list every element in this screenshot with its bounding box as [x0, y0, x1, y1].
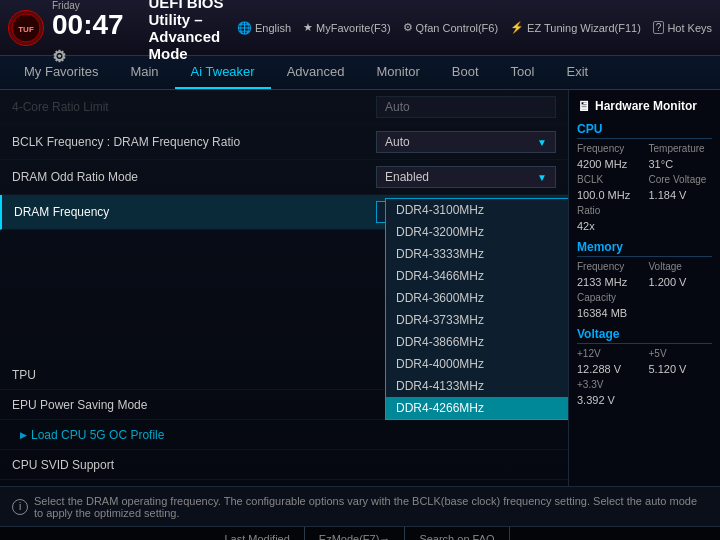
voltage-section-title: Voltage	[577, 327, 712, 344]
top-links: 🌐 English ★ MyFavorite(F3) ⚙ Qfan Contro…	[237, 21, 712, 35]
dropdown-item-ddr4-3466[interactable]: DDR4-3466MHz	[386, 265, 568, 287]
last-modified-btn[interactable]: Last Modified	[210, 527, 304, 540]
cpu-bclk-label: BCLK	[577, 174, 641, 185]
bios-title: UEFI BIOS Utility – Advanced Mode	[148, 0, 228, 62]
eztuning-label: EZ Tuning Wizard(F11)	[527, 22, 641, 34]
v12-label: +12V	[577, 348, 641, 359]
mem-volt-label: Voltage	[649, 261, 713, 272]
bclk-dropdown-arrow: ▼	[537, 137, 547, 148]
cpu-temp-value: 31°C	[649, 158, 713, 170]
dropdown-item-ddr4-4266[interactable]: DDR4-4266MHz	[386, 397, 568, 419]
bottom-bar: Last Modified EzMode(F7)→ Search on FAQ	[0, 526, 720, 540]
cpu-section-title: CPU	[577, 122, 712, 139]
left-panel: 4-Core Ratio Limit Auto BCLK Frequency :…	[0, 90, 568, 486]
dropdown-item-ddr4-3866[interactable]: DDR4-3866MHz	[386, 331, 568, 353]
nav-my-favorites[interactable]: My Favorites	[8, 56, 114, 89]
load-cpu-oc-label: Load CPU 5G OC Profile	[31, 428, 164, 442]
top-link-hotkeys[interactable]: ? Hot Keys	[653, 21, 712, 34]
ez-mode-btn[interactable]: EzMode(F7)→	[305, 527, 406, 540]
cpu-freq-label: Frequency	[577, 143, 641, 154]
voltage-stats: +12V +5V 12.288 V 5.120 V +3.3V 3.392 V	[577, 348, 712, 406]
v33-label: +3.3V	[577, 379, 641, 390]
mem-cap-value: 16384 MB	[577, 307, 641, 319]
main-content: 4-Core Ratio Limit Auto BCLK Frequency :…	[0, 90, 720, 486]
monitor-icon: 🖥	[577, 98, 591, 114]
mem-volt-value: 1.200 V	[649, 276, 713, 288]
svg-text:TUF: TUF	[18, 25, 34, 34]
v5-label: +5V	[649, 348, 713, 359]
dropdown-item-ddr4-4133[interactable]: DDR4-4133MHz	[386, 375, 568, 397]
nav-boot[interactable]: Boot	[436, 56, 495, 89]
cpu-svid-label: CPU SVID Support	[12, 458, 556, 472]
bolt-icon: ⚡	[510, 21, 524, 34]
mem-freq-value: 2133 MHz	[577, 276, 641, 288]
info-text: Select the DRAM operating frequency. The…	[34, 495, 708, 519]
qfan-label: Qfan Control(F6)	[416, 22, 499, 34]
mem-cap-label: Capacity	[577, 292, 641, 303]
cpu-bclk-value: 100.0 MHz	[577, 189, 641, 201]
cpu-ratio-label: Ratio	[577, 205, 641, 216]
dram-freq-label: DRAM Frequency	[14, 205, 376, 219]
dropdown-item-ddr4-3333[interactable]: DDR4-3333MHz	[386, 243, 568, 265]
language-label: English	[255, 22, 291, 34]
setting-cpu-svid[interactable]: CPU SVID Support	[0, 450, 568, 480]
dram-odd-dropdown-arrow: ▼	[537, 172, 547, 183]
dropdown-item-ddr4-4000[interactable]: DDR4-4000MHz	[386, 353, 568, 375]
nav-monitor[interactable]: Monitor	[361, 56, 436, 89]
right-panel: 🖥 Hardware Monitor CPU Frequency Tempera…	[568, 90, 720, 486]
fan-icon: ⚙	[403, 21, 413, 34]
setting-dram-odd-ratio[interactable]: DRAM Odd Ratio Mode Enabled ▼	[0, 160, 568, 195]
memory-section-title: Memory	[577, 240, 712, 257]
top-link-language[interactable]: 🌐 English	[237, 21, 291, 35]
mem-freq-label: Frequency	[577, 261, 641, 272]
cpu-ratio-value: 42x	[577, 220, 641, 232]
dram-odd-ratio-value[interactable]: Enabled ▼	[376, 166, 556, 188]
logo-area: TUF	[8, 10, 44, 46]
setting-load-cpu-oc[interactable]: Load CPU 5G OC Profile	[0, 420, 568, 450]
nav-advanced[interactable]: Advanced	[271, 56, 361, 89]
star-icon: ★	[303, 21, 313, 34]
v5-value: 5.120 V	[649, 363, 713, 375]
top-link-myfavorite[interactable]: ★ MyFavorite(F3)	[303, 21, 391, 34]
cpu-temp-label: Temperature	[649, 143, 713, 154]
dropdown-item-ddr4-3733[interactable]: DDR4-3733MHz	[386, 309, 568, 331]
4core-ratio-value: Auto	[376, 96, 556, 118]
cpu-corevolt-value: 1.184 V	[649, 189, 713, 201]
cpu-stats: Frequency Temperature 4200 MHz 31°C BCLK…	[577, 143, 712, 232]
top-bar: TUF 12/09/2016 Friday 00:47 ⚙ UEFI BIOS …	[0, 0, 720, 56]
cpu-corevolt-label: Core Voltage	[649, 174, 713, 185]
logo-icon: TUF	[8, 10, 44, 46]
dropdown-item-ddr4-3100[interactable]: DDR4-3100MHz	[386, 199, 568, 221]
info-bar: i Select the DRAM operating frequency. T…	[0, 486, 720, 526]
4core-ratio-label: 4-Core Ratio Limit	[12, 100, 376, 114]
top-link-eztuning[interactable]: ⚡ EZ Tuning Wizard(F11)	[510, 21, 641, 34]
nav-tool[interactable]: Tool	[495, 56, 551, 89]
v12-value: 12.288 V	[577, 363, 641, 375]
setting-dram-timing[interactable]: DRAM Timing Control	[0, 480, 568, 486]
nav-main[interactable]: Main	[114, 56, 174, 89]
search-faq-btn[interactable]: Search on FAQ	[405, 527, 509, 540]
memory-stats: Frequency Voltage 2133 MHz 1.200 V Capac…	[577, 261, 712, 319]
nav-bar: My Favorites Main Ai Tweaker Advanced Mo…	[0, 56, 720, 90]
top-link-qfan[interactable]: ⚙ Qfan Control(F6)	[403, 21, 499, 34]
bclk-freq-label: BCLK Frequency : DRAM Frequency Ratio	[12, 135, 376, 149]
hotkeys-label: Hot Keys	[667, 22, 712, 34]
setting-4core-ratio: 4-Core Ratio Limit Auto	[0, 90, 568, 125]
help-icon: ?	[653, 21, 665, 34]
v33-value: 3.392 V	[577, 394, 641, 406]
hw-monitor-title: 🖥 Hardware Monitor	[577, 98, 712, 114]
nav-ai-tweaker[interactable]: Ai Tweaker	[175, 56, 271, 89]
cpu-freq-value: 4200 MHz	[577, 158, 641, 170]
nav-exit[interactable]: Exit	[550, 56, 604, 89]
setting-bclk-freq[interactable]: BCLK Frequency : DRAM Frequency Ratio Au…	[0, 125, 568, 160]
myfavorite-label: MyFavorite(F3)	[316, 22, 391, 34]
bclk-freq-value[interactable]: Auto ▼	[376, 131, 556, 153]
globe-icon: 🌐	[237, 21, 252, 35]
dram-frequency-dropdown[interactable]: DDR4-3100MHz DDR4-3200MHz DDR4-3333MHz D…	[385, 198, 568, 420]
dropdown-item-ddr4-3600[interactable]: DDR4-3600MHz	[386, 287, 568, 309]
clock-time: 00:47	[52, 9, 124, 40]
dram-odd-ratio-label: DRAM Odd Ratio Mode	[12, 170, 376, 184]
dropdown-item-ddr4-3200[interactable]: DDR4-3200MHz	[386, 221, 568, 243]
info-icon: i	[12, 499, 28, 515]
